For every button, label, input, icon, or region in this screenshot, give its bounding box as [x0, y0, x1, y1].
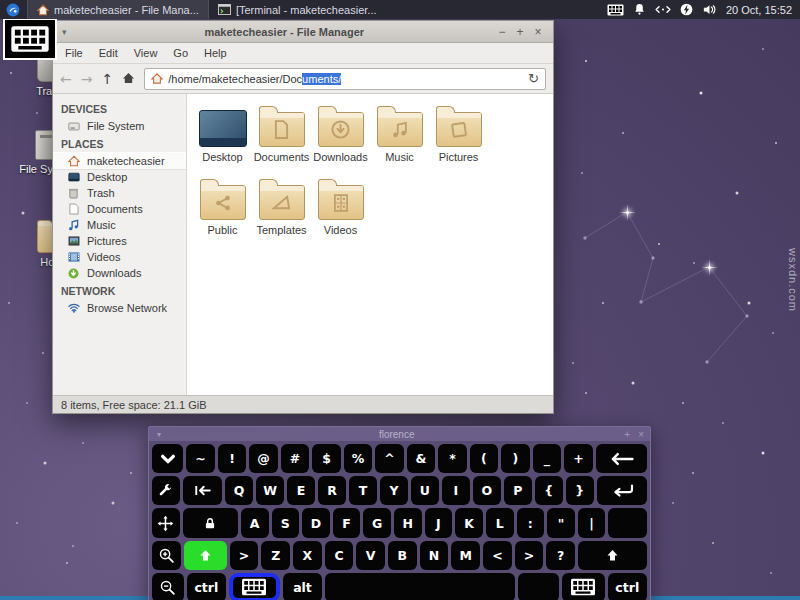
- key-ctrl[interactable]: ctrl: [187, 573, 226, 600]
- zoom-out-icon[interactable]: [152, 573, 184, 600]
- sidebar-item-maketecheasier[interactable]: maketecheasier: [53, 153, 186, 169]
- zoom-in-icon[interactable]: [152, 541, 181, 570]
- volume-icon[interactable]: [702, 3, 717, 16]
- menu-file[interactable]: File: [57, 43, 91, 63]
- back-button[interactable]: ←: [60, 72, 72, 86]
- home-button[interactable]: [122, 72, 135, 86]
- key-I[interactable]: I: [442, 476, 470, 505]
- menu-edit[interactable]: Edit: [91, 43, 126, 63]
- florence-minimize-button[interactable]: +: [624, 429, 630, 440]
- menu-go[interactable]: Go: [165, 43, 196, 63]
- keyboard-icon[interactable]: [607, 4, 624, 16]
- key-*[interactable]: *: [438, 444, 466, 473]
- key-F[interactable]: F: [333, 508, 361, 537]
- tab-icon[interactable]: [183, 476, 222, 505]
- key-Z[interactable]: Z: [261, 541, 290, 570]
- key-~[interactable]: ~: [186, 444, 214, 473]
- key-blank[interactable]: [518, 573, 559, 600]
- key-J[interactable]: J: [425, 508, 453, 537]
- network-icon[interactable]: [655, 5, 671, 14]
- key-@[interactable]: @: [249, 444, 277, 473]
- key-:[interactable]: :: [517, 508, 545, 537]
- reload-icon[interactable]: ↻: [528, 71, 539, 86]
- bell-icon[interactable]: [633, 3, 646, 16]
- file-item-downloads[interactable]: Downloads: [311, 103, 370, 163]
- app-menu-icon[interactable]: [6, 3, 20, 17]
- florence-shade-icon[interactable]: ▾: [149, 430, 169, 439]
- key-$[interactable]: $: [312, 444, 340, 473]
- key->[interactable]: >: [230, 541, 259, 570]
- file-item-templates[interactable]: Templates: [252, 176, 311, 236]
- key-ctrl[interactable]: ctrl: [608, 573, 647, 600]
- sidebar-item-music[interactable]: Music: [53, 217, 186, 233]
- key-K[interactable]: K: [455, 508, 483, 537]
- sidebar-item-documents[interactable]: Documents: [53, 201, 186, 217]
- key-B[interactable]: B: [388, 541, 417, 570]
- sidebar-item-browse-network[interactable]: Browse Network: [53, 300, 186, 316]
- path-input[interactable]: /home/maketecheasier/Documents/ ↻: [144, 68, 546, 90]
- sidebar-item-pictures[interactable]: Pictures: [53, 233, 186, 249]
- taskbar-button-home[interactable]: maketecheasier - File Mana...: [27, 0, 209, 19]
- florence-titlebar[interactable]: ▾ florence + ×: [149, 427, 650, 441]
- sidebar-item-file-system[interactable]: File System: [53, 118, 186, 134]
- key-alt[interactable]: alt: [283, 573, 322, 600]
- key-S[interactable]: S: [272, 508, 300, 537]
- key-U[interactable]: U: [411, 476, 439, 505]
- keyboard-launcher-icon[interactable]: [3, 18, 57, 60]
- keyboard-icon[interactable]: [229, 573, 280, 600]
- up-button[interactable]: ↑: [101, 72, 113, 86]
- file-item-documents[interactable]: Documents: [252, 103, 311, 163]
- shift-icon[interactable]: [184, 541, 227, 570]
- file-item-videos[interactable]: Videos: [311, 176, 370, 236]
- move-icon[interactable]: [152, 508, 180, 537]
- file-item-music[interactable]: Music: [370, 103, 429, 163]
- key-}[interactable]: }: [566, 476, 594, 505]
- key-)[interactable]: ): [501, 444, 529, 473]
- taskbar-button-terminal[interactable]: [Terminal - maketecheasier...: [209, 0, 386, 19]
- file-item-public[interactable]: Public: [193, 176, 252, 236]
- key-{[interactable]: {: [535, 476, 563, 505]
- panel-clock[interactable]: 20 Oct, 15:52: [726, 4, 792, 16]
- key-<[interactable]: <: [483, 541, 512, 570]
- key-G[interactable]: G: [363, 508, 391, 537]
- key-^[interactable]: ^: [375, 444, 403, 473]
- sidebar-item-videos[interactable]: Videos: [53, 249, 186, 265]
- sidebar-item-desktop[interactable]: Desktop: [53, 169, 186, 185]
- key-D[interactable]: D: [302, 508, 330, 537]
- key-T[interactable]: T: [349, 476, 377, 505]
- forward-button[interactable]: →: [81, 72, 93, 86]
- key-V[interactable]: V: [356, 541, 385, 570]
- wrench-icon[interactable]: [152, 476, 180, 505]
- key-O[interactable]: O: [473, 476, 501, 505]
- fm-titlebar[interactable]: ▾ maketecheasier - File Manager − + ×: [53, 21, 553, 43]
- key-%[interactable]: %: [344, 444, 372, 473]
- minimize-button[interactable]: −: [493, 25, 511, 39]
- chevron-down-icon[interactable]: [152, 444, 183, 473]
- key-E[interactable]: E: [287, 476, 315, 505]
- key-#[interactable]: #: [281, 444, 309, 473]
- key-W[interactable]: W: [256, 476, 284, 505]
- lock-icon[interactable]: [183, 508, 238, 537]
- enter-icon[interactable]: [597, 476, 647, 505]
- close-button[interactable]: ×: [529, 25, 547, 39]
- key-C[interactable]: C: [325, 541, 354, 570]
- maximize-button[interactable]: +: [511, 25, 529, 39]
- keyboard-icon[interactable]: [562, 573, 605, 600]
- key-Y[interactable]: Y: [380, 476, 408, 505]
- key-X[interactable]: X: [293, 541, 322, 570]
- key->[interactable]: >: [515, 541, 544, 570]
- menu-view[interactable]: View: [126, 43, 166, 63]
- file-item-desktop[interactable]: Desktop: [193, 103, 252, 163]
- key-Q[interactable]: Q: [225, 476, 253, 505]
- key-?[interactable]: ?: [546, 541, 575, 570]
- key-M[interactable]: M: [451, 541, 480, 570]
- backspace-icon[interactable]: [596, 444, 647, 473]
- key-P[interactable]: P: [504, 476, 532, 505]
- key-N[interactable]: N: [420, 541, 449, 570]
- key-H[interactable]: H: [394, 508, 422, 537]
- key-([interactable]: (: [470, 444, 498, 473]
- key-A[interactable]: A: [241, 508, 269, 537]
- key-blank[interactable]: [325, 573, 515, 600]
- key-R[interactable]: R: [318, 476, 346, 505]
- key-_[interactable]: _: [533, 444, 561, 473]
